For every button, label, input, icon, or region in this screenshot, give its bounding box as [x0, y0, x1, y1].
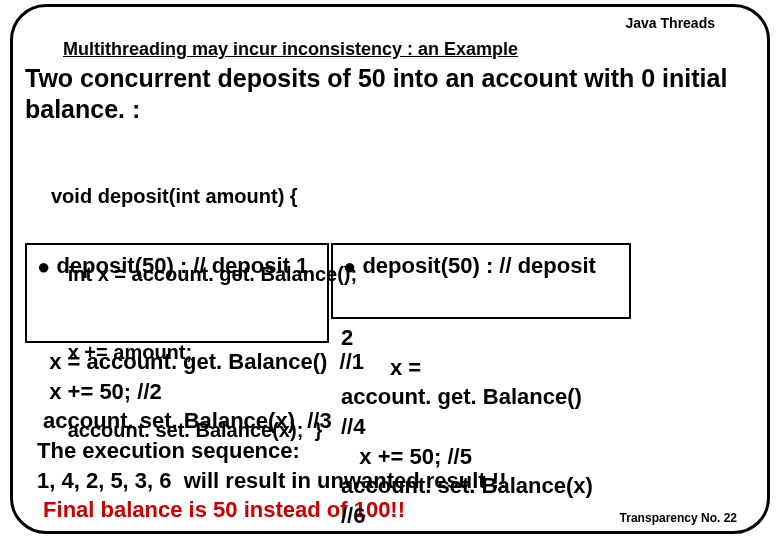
bullet-icon: ●: [343, 252, 356, 282]
right-overflow-text: 2 x = account. get. Balance() //4 x += 5…: [341, 323, 761, 531]
intro-text: Two concurrent deposits of 50 into an ac…: [25, 63, 765, 126]
code-line: void deposit(int amount) {: [51, 183, 357, 209]
topic-label: Java Threads: [626, 15, 716, 31]
text-line: account. set. Balance(x): [341, 471, 761, 501]
slide-heading: Multithreading may incur inconsistency :…: [63, 39, 518, 60]
text-line: x += 50; //5: [341, 442, 761, 472]
box2-text: deposit(50) : // deposit: [362, 253, 595, 278]
transparency-number: Transparency No. 22: [620, 511, 737, 525]
deposit-box-2: ● deposit(50) : // deposit: [331, 243, 631, 319]
text-line: //4: [341, 412, 761, 442]
text-line: x =: [341, 353, 761, 383]
deposit-box-1: ● deposit(50) : // deposit 1: [25, 243, 329, 343]
text-line: 2: [341, 323, 761, 353]
box1-text: deposit(50) : // deposit 1: [56, 253, 308, 278]
bullet-icon: ●: [37, 252, 50, 282]
slide-frame: Java Threads Multithreading may incur in…: [10, 4, 770, 534]
text-line: account. get. Balance(): [341, 382, 761, 412]
